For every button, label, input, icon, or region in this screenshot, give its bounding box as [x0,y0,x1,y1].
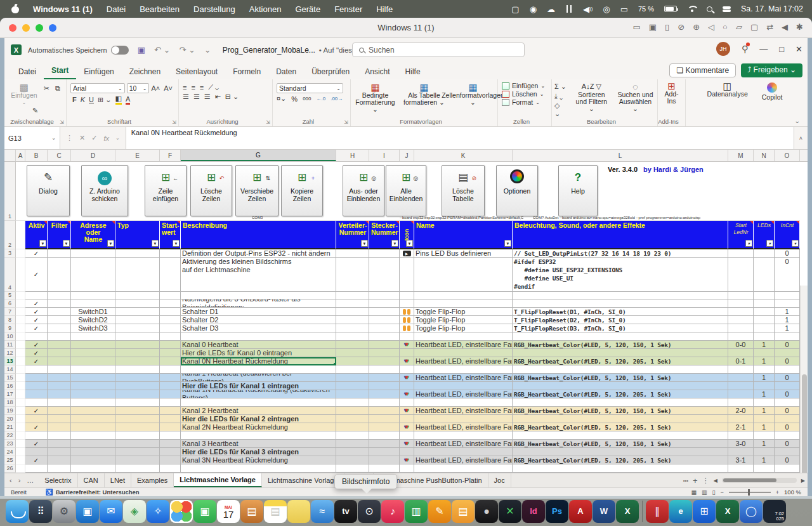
macro-button-doc-delete[interactable]: ▤⊘LöscheTabelle [442,165,485,216]
camera-icon[interactable]: ▢ [750,22,758,32]
cell-B25[interactable]: ✓ [25,456,48,464]
cell-M22[interactable] [728,431,754,440]
table-header-H[interactable]: Verteiler-Nummer▾ [336,221,369,249]
cell-M21[interactable]: 2-1 [728,423,754,431]
align-left-icon[interactable]: ☰ [183,93,189,101]
cell-D6[interactable] [71,299,115,308]
cell-E13[interactable] [115,357,160,365]
cell-O23[interactable]: 0 [775,440,800,448]
cell-D20[interactable] [71,415,115,423]
cell-H26[interactable] [336,464,369,473]
enter-icon[interactable]: ✓ [91,134,97,142]
keyboard-icon[interactable]: ▭ [632,22,640,32]
menubar-clock[interactable]: Sa. 17. Mai 17:02 [741,5,803,13]
cell-E3[interactable] [115,249,160,258]
cell-D19[interactable] [71,407,115,415]
cell-N7[interactable] [754,308,775,316]
cell-F25[interactable] [160,456,181,464]
globe-icon[interactable]: ⊕ [693,22,700,32]
decrease-decimal-icon[interactable]: .00→ [331,96,343,102]
cell-M9[interactable] [728,324,754,332]
table-header-J[interactable]: Icon▾ [400,221,414,249]
cell-M17[interactable] [728,390,754,398]
autosave-toggle[interactable] [111,46,129,55]
dock-pages[interactable]: ▤ [452,500,475,523]
column-header-L[interactable]: L [513,150,728,161]
control-center-icon[interactable] [723,6,731,12]
cell-L6[interactable] [513,299,728,308]
cell-M24[interactable] [728,448,754,456]
cell-B18[interactable] [25,398,48,407]
macro-button-help[interactable]: ?Help [558,165,598,216]
cell-E17[interactable] [115,390,160,398]
cell-L26[interactable] [513,464,728,473]
cut-icon[interactable]: ✂ [44,84,49,92]
cell-J7[interactable] [400,308,414,316]
cell-I14[interactable] [369,365,400,374]
cell-D10[interactable] [71,332,115,341]
user-icon[interactable]: ◎ [603,5,610,13]
cell-O18[interactable] [775,398,800,407]
cell-B23[interactable]: ✓ [25,440,48,448]
cell-L9[interactable]: T_FlipFlopReset(D3, #InCh, SI_0) [513,324,728,332]
cell-I22[interactable] [369,431,400,440]
ribbon-tab-formeln[interactable]: Formeln [225,64,268,79]
name-box[interactable]: G13⌄ [4,127,60,149]
cell-B10[interactable] [25,332,48,341]
cell-M25[interactable]: 3-1 [728,456,754,464]
cell-M4[interactable] [728,258,754,292]
table-header-I[interactable]: Stecker-Nummer▾ [369,221,400,249]
cell-N13[interactable]: 1 [754,357,775,365]
more-icon[interactable]: ⋮ [66,134,73,142]
align-right-icon[interactable]: ☰ [204,93,211,101]
dock-facetime[interactable]: ▣ [193,500,216,523]
cell-D21[interactable] [71,423,115,431]
cell-E16[interactable] [115,382,160,390]
dock-telegram[interactable]: ≈ [311,500,334,523]
comments-button[interactable]: ❏ Kommentare [669,63,736,77]
cell-B20[interactable] [25,415,48,423]
column-header-G[interactable]: G [181,150,336,161]
cell-E23[interactable] [115,440,160,448]
cell-G4[interactable]: Aktivierung des kleinen Bildschirmsauf d… [181,258,336,292]
font-name-select[interactable]: Arial⌄ [70,83,125,93]
cell-C10[interactable] [48,332,71,341]
cell-F9[interactable] [160,324,181,332]
volume-icon[interactable]: ◀)) [583,5,593,13]
cell-I11[interactable] [369,341,400,349]
row-header-12[interactable]: 12 [4,349,16,357]
align-top-icon[interactable]: ≡ [183,84,187,91]
cell-M23[interactable]: 3-0 [728,440,754,448]
cell-B22[interactable] [25,431,48,440]
ribbon-tab-überprüfen[interactable]: Überprüfen [304,64,357,79]
cell-F23[interactable] [160,440,181,448]
wrap-text-icon[interactable]: ⇤ [215,93,221,101]
cell-K23[interactable]: Heartbeat LED, einstellbare Farbe [414,440,513,448]
ribbon-tab-hilfe[interactable]: Hilfe [398,64,428,79]
cell-O6[interactable] [775,299,800,308]
cell-A19[interactable] [16,407,25,415]
cell-F8[interactable] [160,316,181,324]
sheet-tab-examples[interactable]: Examples [131,473,174,487]
thousands-icon[interactable]: 000 [303,96,311,102]
cell-C4[interactable] [48,258,71,292]
onedrive-cloud-icon[interactable]: ☁ [547,5,555,13]
cell-M13[interactable]: 0-1 [728,357,754,365]
cell-I3[interactable] [369,249,400,258]
filter-button-E[interactable]: ▾ [152,240,159,247]
filter-button-M[interactable]: ▾ [745,240,752,247]
cell-L20[interactable] [513,415,728,423]
cell-O3[interactable]: 0 [775,249,800,258]
cell-C24[interactable] [48,448,71,456]
row-header-24[interactable]: 24 [4,448,16,456]
cell-A17[interactable] [16,390,25,398]
cell-H20[interactable] [336,415,369,423]
dialog-launcher[interactable]: ⇲ [344,119,348,125]
vertical-scrollbar[interactable] [800,286,808,473]
cell-H19[interactable] [336,407,369,415]
cell-A9[interactable] [16,324,25,332]
cell-L21[interactable]: RGB_Heartbeat_Color(#LED, 5, 120, 205, 1… [513,423,728,431]
cell-M19[interactable]: 2-0 [728,407,754,415]
cell-D8[interactable]: SwitchD2 [71,316,115,324]
cell-K19[interactable]: Heartbeat LED, einstellbare Farbe [414,407,513,415]
